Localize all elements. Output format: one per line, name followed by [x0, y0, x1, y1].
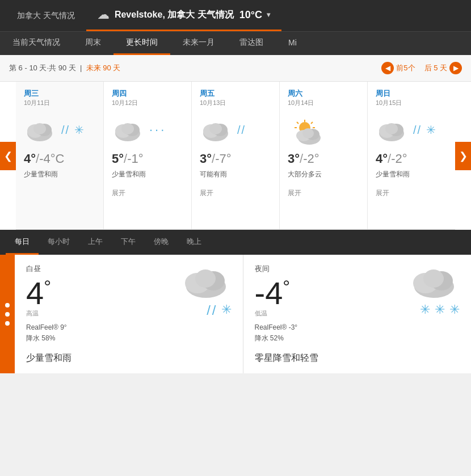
svg-point-22: [302, 128, 314, 138]
card-temp-fri: 3°/-7°: [200, 151, 271, 166]
day-temp-unit: °: [44, 276, 51, 297]
card-low-thu: -1°: [127, 151, 143, 166]
tab-weekend[interactable]: 周末: [73, 32, 113, 55]
day-cloud-svg: [180, 264, 232, 298]
card-date-sat: 10月14日: [288, 99, 359, 107]
strip-dot-1: [5, 303, 10, 307]
night-temp-unit: °: [283, 276, 290, 297]
svg-point-30: [195, 269, 216, 288]
svg-point-3: [33, 123, 46, 134]
night-temp-value: -4: [255, 275, 283, 311]
tab-radar[interactable]: 雷达图: [227, 32, 276, 55]
sub-tab-evening[interactable]: 傍晚: [145, 230, 178, 255]
sub-tabs: 每日 每小时 上午 下午 傍晚 晚上: [0, 230, 471, 255]
precip-fri: //: [237, 124, 246, 137]
day-desc: 少量雪和雨: [26, 352, 232, 364]
future-label[interactable]: 未来 90 天: [86, 64, 121, 72]
rain-fri: //: [237, 124, 246, 136]
card-expand-sat[interactable]: 展开: [288, 188, 359, 198]
card-high-wed: 4°: [24, 151, 36, 166]
card-day-wed: 周三: [24, 89, 95, 99]
night-precip-icons: ✳ ✳ ✳: [409, 302, 460, 317]
forecast-card-thu: 周四 10月12日 ··· 5°/-1° 少量雪和雨: [104, 82, 192, 229]
tab-current[interactable]: 当前天气情况: [0, 32, 73, 55]
precip-thu: ···: [149, 123, 166, 137]
night-cloud-svg: [409, 264, 460, 298]
card-high-thu: 5°: [112, 151, 124, 166]
day-night-panels: // ✳ 白昼 4° 高温 RealFeel® 9° 降水 58% 少量雪和雨: [0, 255, 471, 373]
next-button[interactable]: 后 5 天 ▶: [424, 62, 462, 74]
forecast-card-sun: 周日 10月15日 // ✳ 4°/-2° 少量雪和雨: [368, 82, 455, 229]
day-precip-icons: // ✳: [180, 302, 232, 318]
card-expand-fri[interactable]: 展开: [200, 188, 271, 198]
day-precip: 降水 58%: [26, 334, 232, 343]
tab-mi[interactable]: Mi: [276, 32, 309, 55]
day-snow-icon: ✳: [221, 302, 232, 318]
weather-icon-fri: //: [200, 113, 271, 147]
header-center-label: Revelstoke, 加拿大 天气情况: [115, 9, 234, 21]
day-panel: // ✳ 白昼 4° 高温 RealFeel® 9° 降水 58% 少量雪和雨: [15, 255, 243, 373]
sub-tab-afternoon[interactable]: 下午: [112, 230, 145, 255]
next-arrow-circle: ▶: [449, 62, 462, 74]
side-strip-left: [0, 255, 15, 373]
card-date-fri: 10月13日: [200, 99, 271, 107]
tab-extended[interactable]: 更长时间: [113, 32, 170, 55]
svg-line-17: [297, 122, 298, 124]
side-right-nav[interactable]: ❯: [455, 142, 471, 170]
night-realfeel: RealFeel® -3°: [255, 323, 460, 331]
night-snow-3: ✳: [449, 302, 460, 317]
prev-arrow-circle: ◀: [381, 62, 394, 74]
card-temp-sat: 3°/-2°: [288, 151, 359, 166]
svg-point-26: [385, 123, 398, 134]
section-header: 第 6 - 10 天·共 90 天 | 未来 90 天 ◀ 前5个 后 5 天 …: [0, 55, 471, 82]
card-day-sat: 周六: [288, 89, 359, 99]
card-high-sat: 3°: [288, 151, 300, 166]
night-panel: ✳ ✳ ✳ 夜间 -4° 低温 RealFeel® -3° 降水 52% 零星降…: [243, 255, 472, 373]
card-day-sun: 周日: [376, 89, 447, 99]
card-date-thu: 10月12日: [112, 99, 183, 107]
night-icon-area: ✳ ✳ ✳: [409, 264, 460, 317]
prev-label: 前5个: [396, 63, 415, 73]
forecast-card-wed: 周三 10月11日 // ✳ 4°/-4°C 少量雪和雨: [16, 82, 104, 229]
card-expand-thu[interactable]: 展开: [112, 188, 183, 198]
header-left-label[interactable]: 加拿大 天气情况: [6, 11, 86, 21]
day-temp-value: 4: [26, 275, 44, 311]
header-center: ☁ Revelstoke, 加拿大 天气情况 10°C ▾: [86, 0, 281, 31]
sub-tab-daily[interactable]: 每日: [6, 230, 39, 255]
night-snow-2: ✳: [435, 302, 445, 317]
forecast-card-sat: 周六 10月14日: [280, 82, 368, 229]
card-temp-thu: 5°/-1°: [112, 151, 183, 166]
snow-rain-sun: // ✳: [413, 124, 437, 136]
svg-point-34: [423, 269, 444, 288]
night-precip: 降水 52%: [255, 334, 460, 343]
section-range: 第 6 - 10 天·共 90 天 | 未来 90 天: [9, 63, 120, 73]
card-high-sun: 4°: [376, 151, 388, 166]
prev-button[interactable]: ◀ 前5个: [381, 62, 415, 74]
dropdown-icon[interactable]: ▾: [267, 11, 270, 19]
tab-monthly[interactable]: 未来一月: [170, 32, 227, 55]
sub-tab-night[interactable]: 晚上: [178, 230, 211, 255]
night-panel-inner: ✳ ✳ ✳ 夜间 -4° 低温 RealFeel® -3° 降水 52%: [255, 264, 460, 350]
range-label: 第 6 - 10 天·共 90 天: [9, 64, 76, 72]
card-low-wed: -4°C: [39, 151, 64, 166]
rain-slash-wed: // ✳: [61, 123, 85, 137]
sun-svg-sat: [288, 117, 327, 146]
strip-dot-3: [5, 321, 10, 326]
sub-tab-hourly[interactable]: 每小时: [39, 230, 79, 255]
card-day-fri: 周五: [200, 89, 271, 99]
card-low-fri: -7°: [215, 151, 231, 166]
cloud-svg-wed: [24, 117, 59, 142]
sun-cloud-sat: [288, 117, 327, 142]
forecast-card-fri: 周五 10月13日 // 3°/-7° 可能有雨: [192, 82, 280, 229]
weather-icon-wed: // ✳: [24, 113, 95, 147]
forecast-wrapper: ❮ 周三 10月11日 // ✳ 4: [0, 82, 471, 230]
weather-icon-thu: ···: [112, 113, 183, 147]
card-expand-sun[interactable]: 展开: [376, 188, 447, 198]
side-left-nav[interactable]: ❮: [0, 142, 16, 170]
strip-dot-2: [5, 312, 10, 317]
main-content: 第 6 - 10 天·共 90 天 | 未来 90 天 ◀ 前5个 后 5 天 …: [0, 55, 471, 373]
cloud-icon: ☁: [98, 8, 109, 22]
sub-tab-morning[interactable]: 上午: [79, 230, 112, 255]
card-day-thu: 周四: [112, 89, 183, 99]
card-date-wed: 10月11日: [24, 99, 95, 107]
